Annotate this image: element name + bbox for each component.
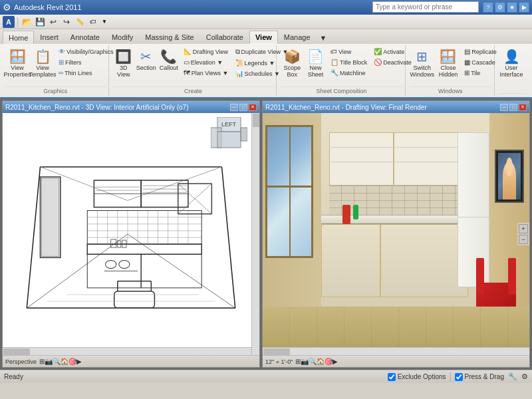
left-window-title: R2011_Kitchen_Reno.rvt - 3D View: Interi… [3,101,259,113]
right-scrollbar-h[interactable] [263,347,529,355]
section-button[interactable]: ✂ Section [136,47,157,73]
close-hidden-button[interactable]: 🪟 CloseHidden [436,47,461,80]
zoom-in-icon-btn[interactable]: + [519,224,528,233]
right-nav-icons: + − [517,223,529,245]
svg-line-6 [27,167,40,308]
plan-views-button[interactable]: 🗺Plan Views ▼ [181,68,231,78]
create-group-label: Create [113,86,274,94]
arrow-icon-btn[interactable]: ▶ [519,2,529,13]
svg-line-7 [222,167,235,308]
view-templates-icon: 📋 [35,49,51,65]
left-view-window: R2011_Kitchen_Reno.rvt - 3D View: Interi… [2,100,260,368]
tab-annotate[interactable]: Annotate [65,31,106,44]
view-properties-button[interactable]: 🪟 ViewProperties [5,47,29,80]
switch-windows-button[interactable]: ⊞ SwitchWindows [410,47,435,80]
tab-home[interactable]: Home [3,31,34,44]
qa-save-button[interactable]: 💾 [34,16,46,28]
qa-dropdown-button[interactable]: ▼ [100,16,108,28]
tab-more[interactable]: ▼ [317,31,331,44]
status-bar-icon2[interactable]: ⚙ [521,372,528,381]
3d-view-button[interactable]: 🔲 3DView [113,47,134,80]
qa-redo-button[interactable]: ↪ [61,16,72,28]
tab-manage[interactable]: Manage [278,31,317,44]
schedules-icon: 📊 [235,70,243,77]
settings-icon-btn[interactable]: ⚙ [495,2,505,13]
left-view-content[interactable]: LEFT [3,113,259,355]
filters-button[interactable]: ⊞ Filters [56,57,116,67]
qa-open-button[interactable]: 📂 [21,16,33,28]
tab-modify[interactable]: Modify [106,31,139,44]
tab-view[interactable]: View [249,31,278,44]
filters-icon: ⊞ [59,59,64,66]
view-properties-icon: 🪟 [9,49,26,65]
render-scene [263,113,529,355]
left-window-controls: ─ □ ✕ [230,104,257,111]
press-drag-label: Press & Drag [465,373,504,380]
tab-collaborate[interactable]: Collaborate [200,31,249,44]
elevation-button[interactable]: ▭Elevation ▼ [181,57,231,67]
svg-rect-14 [42,178,59,256]
ribbon-group-graphics: 🪟 ViewProperties 📋 ViewTemplates 👁 Visib… [3,45,109,96]
view-sheet-button[interactable]: 🏷View [328,47,370,57]
status-bar-icon1[interactable]: 🔧 [508,372,517,381]
status-bar: Ready Exclude Options Press & Drag 🔧 ⚙ [0,370,532,383]
svg-rect-41 [141,254,201,288]
zoom-out-icon-btn[interactable]: − [519,235,528,244]
help-icon-btn[interactable]: ? [483,2,493,13]
left-scrollbar-h[interactable] [3,347,251,355]
svg-rect-3 [217,132,241,148]
tab-massing-site[interactable]: Massing & Site [139,31,200,44]
user-interface-button[interactable]: 👤 UserInterface [499,47,524,80]
matchline-button[interactable]: 🔧Matchline [328,68,370,78]
svg-point-43 [119,260,130,268]
elevation-icon: ▭ [184,59,190,66]
tile-button[interactable]: ⊞Tile [462,68,499,78]
qa-measure-button[interactable]: 📏 [74,16,86,28]
section-icon: ✂ [140,49,152,65]
activate-icon: ✅ [374,48,382,55]
graphics-group-label: Graphics [5,86,106,94]
qa-undo-button[interactable]: ↩ [47,16,59,28]
thin-lines-icon: ═ [59,69,63,76]
left-win-minimize[interactable]: ─ [230,104,238,111]
scope-box-icon: 📦 [284,49,301,65]
right-win-maximize[interactable]: □ [509,104,517,111]
callout-button[interactable]: 📞 Callout [158,47,180,73]
view-templates-button[interactable]: 📋 ViewTemplates [31,47,55,80]
switch-windows-icon: ⊞ [416,49,428,65]
svg-rect-24 [87,211,201,245]
cascade-button[interactable]: ▦Cascade [462,57,499,67]
tab-insert[interactable]: Insert [34,31,65,44]
title-block-button[interactable]: 📋Title Block [328,57,370,67]
svg-rect-55 [111,239,116,247]
qa-tag-button[interactable]: 🏷 [87,16,99,28]
left-win-maximize[interactable]: □ [239,104,247,111]
left-view-statusbar: Perspective ⊞📷🔍🏠🎯▶ [3,355,259,367]
left-scrollbar-v[interactable] [251,113,259,355]
exclude-options-label: Exclude Options [398,373,446,380]
press-drag-checkbox[interactable] [455,373,463,381]
right-status-icons: ⊞📷🔍🏠🎯▶ [295,358,338,365]
search-input[interactable] [372,1,479,13]
svg-line-10 [128,234,235,308]
left-win-close[interactable]: ✕ [249,104,257,111]
close-hidden-icon: 🪟 [440,49,456,65]
right-win-minimize[interactable]: ─ [500,104,508,111]
visibility-graphics-button[interactable]: 👁 Visibility/Graphics [56,47,116,57]
thin-lines-button[interactable]: ═ Thin Lines [56,68,116,78]
sheet-composition-group-label: Sheet Composition [281,86,402,94]
cascade-icon: ▦ [464,59,470,66]
drafting-view-button[interactable]: 📐Drafting View [181,47,231,57]
svg-rect-48 [114,291,155,308]
scope-box-button[interactable]: 📦 ScopeBox [281,47,303,80]
exclude-options-checkbox[interactable] [388,373,396,381]
replicate-icon: ▤ [464,48,470,55]
app-logo: A [3,16,15,28]
nav-cube-left[interactable]: LEFT [211,117,247,150]
right-win-close[interactable]: ✕ [519,104,527,111]
replicate-button[interactable]: ▤Replicate [462,47,499,57]
new-sheet-button[interactable]: 📄 NewSheet [305,47,327,80]
star-icon-btn[interactable]: ★ [507,2,517,13]
ribbon-group-create: 🔲 3DView ✂ Section 📞 Callout 📐Drafting V… [110,45,277,96]
right-view-content[interactable]: + − [263,113,529,355]
